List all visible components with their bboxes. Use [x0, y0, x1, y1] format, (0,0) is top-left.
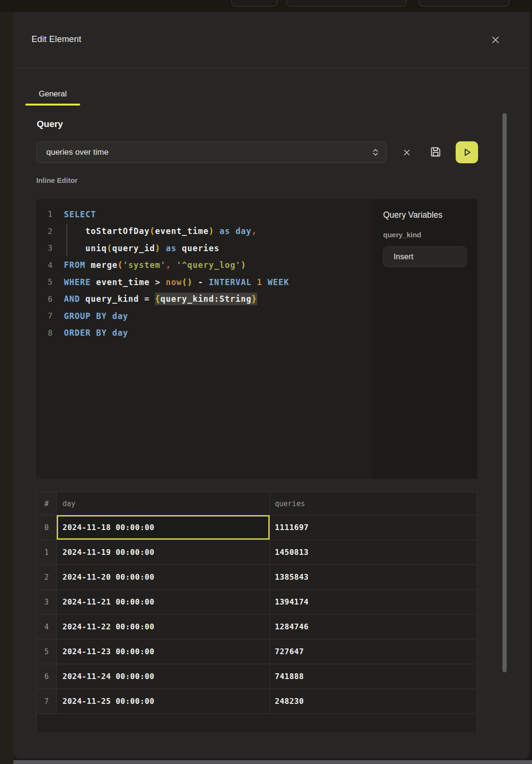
run-query-button[interactable] [456, 141, 478, 163]
code-token: day [112, 311, 128, 321]
code-line[interactable]: 2 toStartOfDay(event_time) as day, [36, 223, 372, 240]
modal-title: Edit Element [31, 34, 81, 44]
code-line[interactable]: 3 uniq(query_id) as queries [36, 240, 372, 257]
query-selector-value: queries over time [46, 148, 372, 157]
day-cell[interactable]: 2024-11-25 00:00:00 [57, 689, 270, 714]
code-line[interactable]: 4FROM merge('system', '^query_log') [36, 257, 372, 274]
table-row: 32024-11-21 00:00:001394174 [37, 590, 477, 615]
code-token: FROM [64, 260, 85, 270]
code-token: SELECT [64, 210, 96, 219]
play-icon [461, 147, 473, 158]
code-token [230, 226, 235, 236]
line-number: 4 [36, 261, 52, 270]
day-cell[interactable]: 2024-11-23 00:00:00 [57, 639, 270, 664]
row-index-cell[interactable]: 4 [37, 615, 57, 639]
query-variables-panel: Query Variables query_kind Insert [372, 199, 477, 479]
day-cell[interactable]: 2024-11-22 00:00:00 [57, 615, 270, 639]
day-cell-selected[interactable]: 2024-11-18 00:00:00 [57, 515, 270, 540]
queries-cell[interactable]: 1284746 [270, 615, 477, 639]
code-token: ORDER BY [64, 328, 107, 338]
queries-cell[interactable]: 248230 [270, 689, 477, 714]
line-number: 1 [36, 210, 52, 219]
line-number: 8 [36, 329, 52, 338]
table-row: 02024-11-18 00:00:001111697 [37, 515, 477, 540]
code-token: now [166, 277, 182, 287]
code-token [107, 311, 112, 321]
code-token: as [219, 226, 230, 236]
code-token: 1 [257, 277, 262, 287]
line-number: 2 [36, 227, 52, 236]
row-index-cell[interactable]: 1 [37, 540, 57, 565]
active-tab-underline [25, 104, 80, 106]
day-cell[interactable]: 2024-11-24 00:00:00 [57, 664, 270, 689]
inline-editor-label: Inline Editor [36, 176, 78, 184]
close-button[interactable] [489, 33, 502, 46]
code-token [80, 294, 85, 304]
table-row: 62024-11-24 00:00:00741888 [37, 664, 477, 689]
code-line[interactable]: 5WHERE event_time > now() - INTERVAL 1 W… [36, 274, 372, 291]
row-index-cell[interactable]: 2 [37, 565, 57, 590]
code-token: event_time [155, 226, 209, 236]
row-index-cell[interactable]: 0 [37, 515, 57, 540]
queries-cell[interactable]: 741888 [270, 664, 477, 689]
queries-cell[interactable]: 727647 [270, 639, 477, 664]
code-text: WHERE event_time > now() - INTERVAL 1 WE… [64, 277, 289, 287]
background-element-edge [13, 760, 532, 764]
indent-guide [66, 224, 67, 255]
queries-cell[interactable]: 1385843 [270, 565, 477, 590]
query-section-heading: Query [37, 119, 63, 129]
sql-editor: 1SELECT2 toStartOfDay(event_time) as day… [36, 199, 477, 479]
close-icon [491, 36, 500, 44]
background-button-medium[interactable] [286, 0, 407, 7]
edit-element-modal: Edit Element General Query queries over … [13, 12, 530, 759]
queries-cell[interactable]: 1111697 [270, 515, 477, 540]
code-line[interactable]: 6AND query_kind = {query_kind:String} [36, 291, 372, 308]
code-token [251, 277, 257, 287]
tab-general[interactable]: General [25, 84, 80, 104]
code-token: event_time [96, 277, 149, 287]
query-selector[interactable]: queries over time [36, 141, 386, 163]
results-table-footer [37, 714, 477, 732]
code-token: 'system' [123, 260, 166, 270]
code-line[interactable]: 8ORDER BY day [36, 325, 372, 342]
row-index-cell[interactable]: 7 [37, 689, 57, 714]
code-token: ) [209, 226, 214, 236]
code-token: ( [150, 226, 155, 236]
column-header-day[interactable]: day [57, 492, 270, 515]
table-row: 12024-11-19 00:00:001450813 [37, 540, 477, 565]
line-number: 6 [36, 295, 52, 304]
insert-variable-button[interactable]: Insert [383, 246, 467, 267]
code-token [85, 260, 91, 270]
clear-query-button[interactable] [398, 144, 415, 160]
save-query-button[interactable] [428, 144, 444, 160]
background-button-large[interactable] [419, 0, 510, 7]
code-token [64, 244, 85, 253]
day-cell[interactable]: 2024-11-20 00:00:00 [57, 565, 270, 590]
background-button-small[interactable] [231, 0, 278, 7]
code-text: GROUP BY day [64, 311, 128, 321]
code-line[interactable]: 1SELECT [36, 206, 372, 223]
modal-scrollbar[interactable] [502, 113, 507, 672]
code-token [107, 328, 112, 338]
code-token: day [112, 328, 128, 338]
day-cell[interactable]: 2024-11-21 00:00:00 [57, 590, 270, 615]
code-token [91, 277, 96, 287]
code-text: toStartOfDay(event_time) as day, [64, 226, 257, 236]
queries-cell[interactable]: 1394174 [270, 590, 477, 615]
day-cell[interactable]: 2024-11-19 00:00:00 [57, 540, 270, 565]
column-header-queries[interactable]: queries [270, 492, 477, 515]
line-number: 3 [36, 244, 52, 253]
query-variables-heading: Query Variables [383, 210, 442, 220]
row-index-cell[interactable]: 3 [37, 590, 57, 615]
code-line[interactable]: 7GROUP BY day [36, 308, 372, 325]
queries-cell[interactable]: 1450813 [270, 540, 477, 565]
row-index-cell[interactable]: 6 [37, 664, 57, 689]
code-token: - [193, 277, 209, 287]
row-index-cell[interactable]: 5 [37, 639, 57, 664]
code-token: merge [91, 260, 117, 270]
chevron-up-down-icon [372, 148, 379, 157]
code-editor-area[interactable]: 1SELECT2 toStartOfDay(event_time) as day… [36, 199, 372, 479]
table-row: 22024-11-20 00:00:001385843 [37, 565, 477, 590]
code-token: GROUP BY [64, 311, 107, 321]
code-text: SELECT [64, 210, 96, 219]
